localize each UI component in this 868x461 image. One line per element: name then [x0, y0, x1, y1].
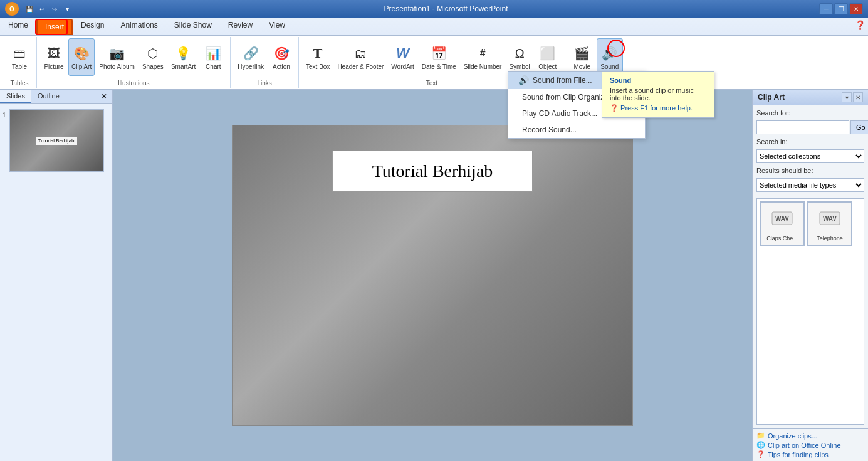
symbol-label: Symbol	[509, 63, 530, 71]
restore-button[interactable]: ❐	[834, 3, 848, 14]
datetime-icon: 📅	[429, 43, 449, 63]
slide-thumbnail[interactable]: Tutorial Berhijab	[9, 109, 104, 172]
organize-clips-label: Organize clips...	[768, 432, 817, 440]
media-buttons: 🎬 Movie 🔊 Sound	[569, 38, 623, 76]
window-title: Presentation1 - Microsoft PowerPoint	[73, 4, 819, 13]
sound-tooltip-title: Sound	[610, 77, 706, 84]
claps-label: Claps Che...	[766, 235, 798, 241]
tab-slideshow[interactable]: Slide Show	[166, 18, 220, 35]
clipart-item-claps[interactable]: WAV Claps Che...	[760, 201, 805, 246]
search-input[interactable]	[756, 120, 849, 134]
save-quick-btn[interactable]: 💾	[24, 3, 35, 14]
main-area: Slides Outline ✕ 1 Tutorial Berhijab Tut…	[0, 90, 868, 461]
outline-tab[interactable]: Outline	[31, 90, 66, 103]
ribbon-group-links: 🔗 Hyperlink 🎯 Action Links	[231, 37, 299, 88]
sound-tooltip-help[interactable]: ❓ Press F1 for more help.	[610, 104, 706, 112]
smartart-label: SmartArt	[171, 63, 196, 71]
hyperlink-button[interactable]: 🔗 Hyperlink	[234, 38, 267, 76]
slide-panel-close[interactable]: ✕	[96, 90, 112, 103]
object-button[interactable]: ⬜ Object	[535, 38, 561, 76]
slide-title: Tutorial Berhijab	[363, 161, 502, 181]
clipart-close-btn[interactable]: ✕	[853, 92, 863, 102]
photoalbum-button[interactable]: 📷 Photo Album	[96, 38, 138, 76]
clipart-panel: Clip Art ▾ ✕ Search for: Go Search in: S…	[752, 90, 868, 461]
minimize-button[interactable]: ─	[819, 3, 833, 14]
links-buttons: 🔗 Hyperlink 🎯 Action	[234, 38, 295, 76]
object-label: Object	[538, 63, 557, 71]
slide-thumb-bg: Tutorial Berhijab	[10, 110, 103, 171]
clipart-button[interactable]: 🎨 Clip Art	[68, 38, 95, 76]
wordart-button[interactable]: W WordArt	[388, 38, 417, 76]
customize-quick-btn[interactable]: ▾	[61, 3, 73, 14]
results-label: Results should be:	[756, 167, 864, 174]
illustrations-group-label: Illustrations	[41, 78, 226, 87]
slide-title-box[interactable]: Tutorial Berhijab	[332, 151, 533, 192]
play-cd-label: Play CD Audio Track...	[522, 109, 597, 118]
tab-animations[interactable]: Animations	[112, 18, 165, 35]
tab-review[interactable]: Review	[220, 18, 261, 35]
sound-button[interactable]: 🔊 Sound	[597, 38, 623, 76]
shapes-icon: ⬡	[143, 43, 163, 63]
tips-label: Tips for finding clips	[768, 451, 829, 458]
movie-button[interactable]: 🎬 Movie	[569, 38, 595, 76]
action-icon: 🎯	[271, 43, 291, 63]
tables-buttons: 🗃 Table	[6, 38, 33, 76]
movie-icon: 🎬	[572, 43, 592, 63]
tab-home[interactable]: Home	[0, 18, 36, 35]
sound-tooltip: Sound Insert a sound clip or music into …	[602, 71, 714, 118]
table-button[interactable]: 🗃 Table	[6, 38, 33, 76]
close-button[interactable]: ✕	[849, 3, 863, 14]
headerfooter-label: Header & Footer	[337, 63, 384, 71]
results-select[interactable]: Selected media file types All media type…	[756, 178, 864, 192]
datetime-button[interactable]: 📅 Date & Time	[419, 38, 459, 76]
textbox-button[interactable]: T Text Box	[303, 38, 333, 76]
tab-view[interactable]: View	[261, 18, 293, 35]
clipart-item-telephone[interactable]: WAV Telephone	[807, 201, 852, 246]
tab-design[interactable]: Design	[73, 18, 112, 35]
office-online-icon: 🌐	[756, 441, 765, 449]
record-sound-item[interactable]: Record Sound...	[508, 122, 645, 138]
slide-canvas[interactable]: Tutorial Berhijab	[232, 125, 633, 426]
tips-link[interactable]: ❓ Tips for finding clips	[756, 450, 864, 458]
help-button[interactable]: ❓	[852, 18, 868, 35]
text-buttons: T Text Box 🗂 Header & Footer W WordArt 📅…	[303, 38, 561, 76]
help-icon: ❓	[610, 104, 619, 112]
tab-insert[interactable]: Insert	[36, 19, 73, 35]
action-button[interactable]: 🎯 Action	[268, 38, 295, 76]
chart-button[interactable]: 📊 Chart	[200, 38, 226, 76]
go-button[interactable]: Go	[850, 120, 868, 134]
tables-group-label: Tables	[6, 78, 33, 87]
sound-highlight-circle	[607, 40, 625, 57]
symbol-button[interactable]: Ω Symbol	[506, 38, 533, 76]
slidenumber-icon: #	[473, 43, 493, 63]
slide-panel-tabs: Slides Outline ✕	[0, 90, 112, 104]
hyperlink-icon: 🔗	[241, 43, 261, 63]
organize-clips-link[interactable]: 📁 Organize clips...	[756, 432, 864, 440]
slides-tab[interactable]: Slides	[0, 90, 31, 103]
redo-quick-btn[interactable]: ↪	[49, 3, 60, 14]
smartart-button[interactable]: 💡 SmartArt	[168, 38, 199, 76]
headerfooter-button[interactable]: 🗂 Header & Footer	[334, 38, 387, 76]
office-logo: O	[5, 2, 19, 16]
ribbon-group-tables: 🗃 Table Tables	[3, 37, 37, 88]
undo-quick-btn[interactable]: ↩	[36, 3, 48, 14]
clipart-dropdown-btn[interactable]: ▾	[842, 92, 852, 102]
clipart-header: Clip Art ▾ ✕	[753, 90, 868, 105]
shapes-button[interactable]: ⬡ Shapes	[139, 38, 167, 76]
picture-button[interactable]: 🖼 Picture	[41, 38, 67, 76]
titlebar-left: O 💾 ↩ ↪ ▾	[5, 2, 73, 16]
table-label: Table	[12, 63, 27, 71]
wordart-label: WordArt	[391, 63, 414, 71]
slidenumber-label: Slide Number	[464, 63, 502, 71]
search-in-select[interactable]: Selected collections Everywhere Office C…	[756, 149, 864, 163]
sound-from-file-icon: 🔊	[518, 75, 529, 85]
datetime-label: Date & Time	[422, 63, 456, 71]
office-online-link[interactable]: 🌐 Clip art on Office Online	[756, 441, 864, 449]
sound-icon: 🔊	[600, 43, 620, 63]
ribbon-content: 🗃 Table Tables 🖼 Picture 🎨 Clip Art 📷	[0, 35, 868, 89]
claps-icon: WAV	[771, 207, 793, 234]
slidenumber-button[interactable]: # Slide Number	[461, 38, 505, 76]
svg-text:WAV: WAV	[775, 215, 789, 222]
organize-clips-icon: 📁	[756, 432, 765, 440]
action-label: Action	[273, 63, 290, 71]
